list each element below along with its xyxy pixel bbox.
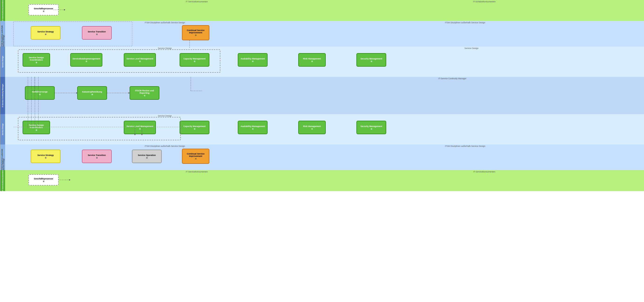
node-slm-bot: Service Level Management ⊞ <box>124 121 156 134</box>
node-slm-top: Service Level Management ⊞ <box>124 53 156 67</box>
label-consumers-top: IT-Servicekonsumenten <box>0 0 5 21</box>
section-itscm: IT-Service Continuity Manager IT-Service… <box>0 77 644 114</box>
section-service-design-top: Service Design Service Design Service De… <box>0 47 644 77</box>
node-risk-top: Risk Management ⊞ <box>298 53 326 67</box>
title-itsm-top-right: ITSM Disziplinen außerhalb Service Desig… <box>445 22 485 24</box>
node-geschaeftsprozesse-bot: Geschäftsprozesse ⊞ <box>28 174 59 186</box>
title-consumers-top-left: IT Servicekonsumenten <box>186 1 208 3</box>
section-consumers-bottom: IT-Servicekonsumenten IT Servicekonsumen… <box>0 170 644 191</box>
section-service-design-bottom: Service Design Service Design Service De… <box>0 114 644 144</box>
label-itsm-top: ITSM Disziplinen außerhalb Service Desig… <box>0 21 5 47</box>
diagram-container: IT-Servicekonsumenten IT Servicekonsumen… <box>0 0 644 191</box>
node-availability-top: Availability Management ⊞ <box>238 53 268 67</box>
node-service-strategy-top: Service Strategy ⊞ <box>31 26 60 40</box>
node-capacity-top: Capacity Management ⊞ <box>180 53 210 67</box>
title-consumers-bottom-right: IT-Servicekonsumenten <box>473 171 495 173</box>
node-sd-koordination-top: Service Design Koordination ⊞ <box>22 53 50 67</box>
node-notfallvorsorge: Notfallvorsorge ⊞ <box>25 86 55 100</box>
title-itsm-top-left: ITSM Disziplinen außerhalb Service Desig… <box>145 22 185 24</box>
content-service-design-top: Service Design Service Design Service De… <box>5 47 644 77</box>
node-service-transition-top: Service Transition ⊞ <box>82 26 112 40</box>
section-consumers-top: IT-Servicekonsumenten IT Servicekonsumen… <box>0 0 644 21</box>
content-itscm: IT-Service Continuity Manager Notfallvor… <box>5 77 644 114</box>
content-itsm-top: ITSM Disziplinen außerhalb Service Desig… <box>5 21 644 47</box>
node-risk-bot: Risk Management ⊞ <box>298 121 326 134</box>
node-service-operation-bot: Service Operation ⊞ <box>132 149 162 163</box>
title-itsm-bottom-right: ITSM Disziplinen außerhalb Service Desig… <box>445 145 485 147</box>
node-continual-top: Continual Service Improvement ⊞ <box>182 25 210 40</box>
title-itscm-right: IT-Service Continuity Manager <box>438 77 466 80</box>
label-service-design-bottom: Service Design <box>0 114 5 144</box>
content-consumers-bottom: IT Servicekonsumenten IT-Servicekonsumen… <box>5 170 644 191</box>
title-sd-top-right: Service Design <box>464 47 478 49</box>
title-itsm-bottom-left: ITSM Disziplinen außerhalb Service Desig… <box>145 145 185 147</box>
title-sd-top-left: Service Design <box>158 47 172 49</box>
node-itscm-review: ITSCM Review und Reporting ⊞ <box>130 86 159 100</box>
node-service-strategy-bot: Service Strategy ⊞ <box>31 149 60 163</box>
node-servicekatalog-top: Servicekatalogmanagement ⊞ <box>70 53 102 67</box>
node-capacity-bot: Capacity Management ⊞ <box>180 121 210 134</box>
content-itsm-bottom: ITSM Disziplinen außerhalb Service Desig… <box>5 144 644 170</box>
node-security-top: Security Management ⊞ <box>356 53 386 67</box>
node-geschaeftsprozesse-top: Geschäftsprozesse ⊞ <box>28 4 59 15</box>
title-sd-bottom-left: Service Design <box>158 115 172 117</box>
node-availability-bot: Availability Management ⊞ <box>238 121 268 134</box>
content-consumers-top: IT Servicekonsumenten IT-Schätzekonsumen… <box>5 0 644 21</box>
node-katastrophen: Katastrophenübung ⊞ <box>77 86 107 100</box>
title-consumers-top-right: IT-Schätzekonsumenten <box>473 1 496 3</box>
title-consumers-bottom-left: IT Servicekonsumenten <box>186 171 208 173</box>
section-itsm-top: ITSM Disziplinen außerhalb Service Desig… <box>0 21 644 47</box>
consumers-bottom-arrows <box>5 170 644 191</box>
label-service-design-top: Service Design <box>0 47 5 77</box>
section-itsm-bottom: ITSM Disziplinen außerhalb Service Desig… <box>0 144 644 170</box>
content-service-design-bottom: Service Design Service Design Koordinati… <box>5 114 644 144</box>
label-consumers-bottom: IT-Servicekonsumenten <box>0 170 5 191</box>
node-sd-koordination-bot: Service Design Koordination ⊞ <box>22 121 50 134</box>
node-continual-bot: Continual Service Improvement ⊞ <box>182 149 210 164</box>
label-itsm-bottom: ITSM Disziplinen außerhalb Service Desig… <box>0 144 5 170</box>
label-itscm: IT-Service Continuity Manager <box>0 77 5 114</box>
node-security-bot: Security Management ⊞ <box>356 121 386 134</box>
node-service-transition-bot: Service Transition ⊞ <box>82 149 112 163</box>
